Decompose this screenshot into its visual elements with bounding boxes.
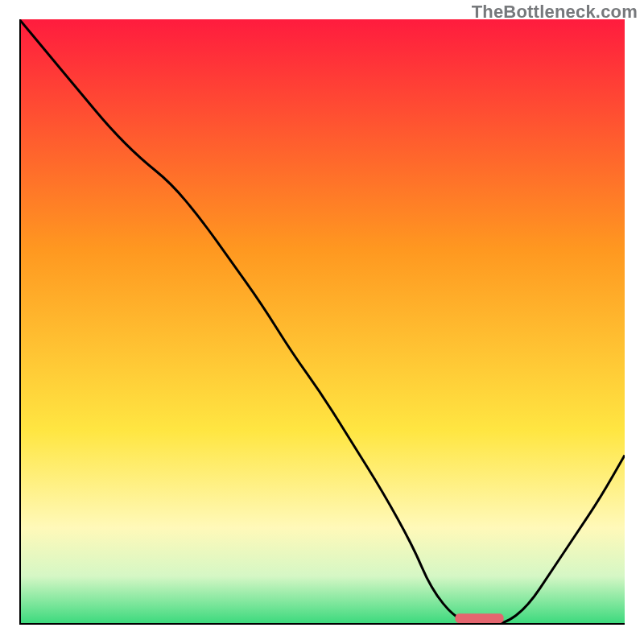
optimal-marker [455,613,503,623]
bottleneck-curve [19,19,625,625]
plot-area [19,19,625,625]
curve-layer [19,19,625,625]
chart-container: TheBottleneck.com [0,0,644,644]
